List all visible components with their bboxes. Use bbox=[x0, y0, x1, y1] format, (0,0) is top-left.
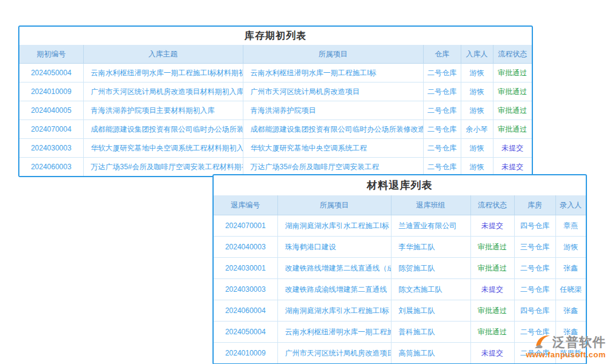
col-recorder: 录入人 bbox=[555, 195, 586, 215]
recorder-cell: 张鑫 bbox=[555, 300, 586, 322]
initial-no-link[interactable]: 2024040005 bbox=[19, 101, 83, 120]
col-project: 所属项目 bbox=[243, 45, 423, 64]
operator-cell: 游恢 bbox=[461, 64, 493, 83]
project-cell: 万达广场35#会所及咖啡厅空调安装工程 bbox=[243, 158, 423, 177]
warehouse-cell: 四号仓库 bbox=[514, 300, 555, 322]
material-return-title: 材料退库列表 bbox=[214, 175, 586, 195]
return-no-link[interactable]: 2024010009 bbox=[214, 343, 277, 364]
status-badge: 审批通过 bbox=[470, 258, 514, 279]
material-return-panel: 材料退库列表 退库编号 所属项目 退库班组 流程状态 库房 录入人 202407… bbox=[212, 174, 587, 364]
return-no-link[interactable]: 2024030003 bbox=[214, 279, 277, 300]
project-cell: 湖南洞庭湖水库引水工程施工I标 bbox=[277, 300, 391, 322]
col-team: 退库班组 bbox=[391, 195, 470, 215]
team-cell: 李华施工队 bbox=[391, 237, 470, 258]
team-cell: 兰迪置业有限公司 bbox=[391, 215, 470, 237]
project-cell: 成都能源建设集团投资有限公司临时办公场所装修改造工程... bbox=[243, 120, 423, 139]
col-initial-no: 期初编号 bbox=[19, 45, 83, 64]
initial-stock-table: 期初编号 入库主题 所属项目 仓库 入库人 流程状态 2024050004 云南… bbox=[19, 45, 532, 176]
status-badge: 审批通过 bbox=[493, 64, 532, 83]
col-operator: 入库人 bbox=[461, 45, 493, 64]
col-return-no: 退库编号 bbox=[214, 195, 277, 215]
project-cell: 云南水利枢纽潜明水库一期工程施工I标 bbox=[277, 322, 391, 343]
warehouse-cell: 二号仓库 bbox=[514, 279, 555, 300]
status-badge: 未提交 bbox=[470, 343, 514, 364]
warehouse-cell: 四号仓库 bbox=[514, 215, 555, 237]
team-cell: 普科施工队 bbox=[391, 322, 470, 343]
col-status: 流程状态 bbox=[493, 45, 532, 64]
recorder-cell: 任晓渠 bbox=[555, 279, 586, 300]
operator-cell: 游恢 bbox=[461, 158, 493, 177]
col-status: 流程状态 bbox=[470, 195, 514, 215]
status-badge: 未提交 bbox=[470, 215, 514, 237]
recorder-cell: 范思哲 bbox=[555, 343, 586, 364]
subject-cell: 华软大厦研究基地中央空调系统工程材料期初入库 bbox=[83, 139, 243, 158]
initial-stock-panel: 库存期初列表 期初编号 入库主题 所属项目 仓库 入库人 流程状态 202405… bbox=[18, 25, 533, 177]
warehouse-cell: 二号仓库 bbox=[514, 343, 555, 364]
initial-no-link[interactable]: 2024050004 bbox=[19, 64, 83, 83]
col-warehouse: 仓库 bbox=[423, 45, 461, 64]
subject-cell: 广州市天河区统计局机房改造项目材料期初入库 bbox=[83, 83, 243, 101]
operator-cell: 游恢 bbox=[461, 83, 493, 101]
table-row[interactable]: 2024010009 广州市天河区统计局机房改造项目材料期初入库 广州市天河区统… bbox=[19, 83, 532, 101]
return-no-link[interactable]: 2024060004 bbox=[214, 300, 277, 322]
status-badge: 未提交 bbox=[493, 158, 532, 177]
table-row[interactable]: 2024030003 改建铁路成渝线增建第二直通线（成渝... 陈文杰施工队 未… bbox=[214, 279, 586, 300]
project-cell: 改建铁路线增建第二线直通线（成都-西... bbox=[277, 258, 391, 279]
table-row[interactable]: 2024010009 广州市天河区统计局机房改造项目 高筒施工队 未提交 二号仓… bbox=[214, 343, 586, 364]
project-cell: 华软大厦研究基地中央空调系统工程 bbox=[243, 139, 423, 158]
warehouse-cell: 二号仓库 bbox=[423, 83, 461, 101]
team-cell: 陈贺施工队 bbox=[391, 258, 470, 279]
table-row[interactable]: 2024030003 华软大厦研究基地中央空调系统工程材料期初入库 华软大厦研究… bbox=[19, 139, 532, 158]
operator-cell: 游恢 bbox=[461, 139, 493, 158]
material-return-header-row: 退库编号 所属项目 退库班组 流程状态 库房 录入人 bbox=[214, 195, 586, 215]
warehouse-cell: 二号仓库 bbox=[514, 258, 555, 279]
project-cell: 湖南洞庭湖水库引水工程施工I标 bbox=[277, 215, 391, 237]
status-badge: 审批通过 bbox=[470, 237, 514, 258]
table-row[interactable]: 2024060003 万达广场35#会所及咖啡厅空调安装工程材料期初入库 万达广… bbox=[19, 158, 532, 177]
warehouse-cell: 三号仓库 bbox=[514, 237, 555, 258]
material-return-table: 退库编号 所属项目 退库班组 流程状态 库房 录入人 2024070001 湖南… bbox=[214, 195, 586, 363]
return-no-link[interactable]: 2024030001 bbox=[214, 258, 277, 279]
project-cell: 广州市天河区统计局机房改造项目 bbox=[277, 343, 391, 364]
col-warehouse: 库房 bbox=[514, 195, 555, 215]
initial-stock-title: 库存期初列表 bbox=[19, 27, 532, 45]
return-no-link[interactable]: 2024070001 bbox=[214, 215, 277, 237]
project-cell: 珠海鹤港口建设 bbox=[277, 237, 391, 258]
recorder-cell: 张鑫 bbox=[555, 258, 586, 279]
warehouse-cell: 二号仓库 bbox=[423, 158, 461, 177]
initial-stock-header-row: 期初编号 入库主题 所属项目 仓库 入库人 流程状态 bbox=[19, 45, 532, 64]
table-row[interactable]: 2024070001 湖南洞庭湖水库引水工程施工I标 兰迪置业有限公司 未提交 … bbox=[214, 215, 586, 237]
project-cell: 云南水利枢纽潜明水库一期工程施工I标 bbox=[243, 64, 423, 83]
recorder-cell: 张鑫 bbox=[555, 322, 586, 343]
warehouse-cell: 二号仓库 bbox=[423, 139, 461, 158]
status-badge: 未提交 bbox=[493, 139, 532, 158]
return-no-link[interactable]: 2024040003 bbox=[214, 237, 277, 258]
recorder-cell: 章燕 bbox=[555, 215, 586, 237]
operator-cell: 余小琴 bbox=[461, 120, 493, 139]
table-row[interactable]: 2024030001 改建铁路线增建第二线直通线（成都-西... 陈贺施工队 审… bbox=[214, 258, 586, 279]
status-badge: 审批通过 bbox=[493, 120, 532, 139]
initial-no-link[interactable]: 2024070004 bbox=[19, 120, 83, 139]
return-no-link[interactable]: 2024050004 bbox=[214, 322, 277, 343]
warehouse-cell: 二号仓库 bbox=[514, 322, 555, 343]
subject-cell: 云南水利枢纽潜明水库一期工程施工I标材料期初入库 bbox=[83, 64, 243, 83]
initial-no-link[interactable]: 2024030003 bbox=[19, 139, 83, 158]
table-row[interactable]: 2024050004 云南水利枢纽潜明水库一期工程施工I标材料期初入库 云南水利… bbox=[19, 64, 532, 83]
col-subject: 入库主题 bbox=[83, 45, 243, 64]
table-row[interactable]: 2024070004 成都能源建设集团投资有限公司临时办公场所装修改造工程EPC… bbox=[19, 120, 532, 139]
table-row[interactable]: 2024060004 湖南洞庭湖水库引水工程施工I标 刘晨施工队 审批通过 四号… bbox=[214, 300, 586, 322]
project-cell: 广州市天河区统计局机房改造项目 bbox=[243, 83, 423, 101]
status-badge: 审批通过 bbox=[493, 101, 532, 120]
status-badge: 审批通过 bbox=[470, 300, 514, 322]
status-badge: 审批通过 bbox=[493, 83, 532, 101]
table-row[interactable]: 2024040005 青海洪湖养护院项目主要材料期初入库 青海洪湖养护院项目 二… bbox=[19, 101, 532, 120]
team-cell: 高筒施工队 bbox=[391, 343, 470, 364]
table-row[interactable]: 2024040003 珠海鹤港口建设 李华施工队 审批通过 三号仓库 游恢 bbox=[214, 237, 586, 258]
subject-cell: 万达广场35#会所及咖啡厅空调安装工程材料期初入库 bbox=[83, 158, 243, 177]
warehouse-cell: 二号仓库 bbox=[423, 120, 461, 139]
team-cell: 陈文杰施工队 bbox=[391, 279, 470, 300]
initial-no-link[interactable]: 2024060003 bbox=[19, 158, 83, 177]
table-row[interactable]: 2024050004 云南水利枢纽潜明水库一期工程施工I标 普科施工队 审批通过… bbox=[214, 322, 586, 343]
initial-no-link[interactable]: 2024010009 bbox=[19, 83, 83, 101]
recorder-cell: 游恢 bbox=[555, 237, 586, 258]
